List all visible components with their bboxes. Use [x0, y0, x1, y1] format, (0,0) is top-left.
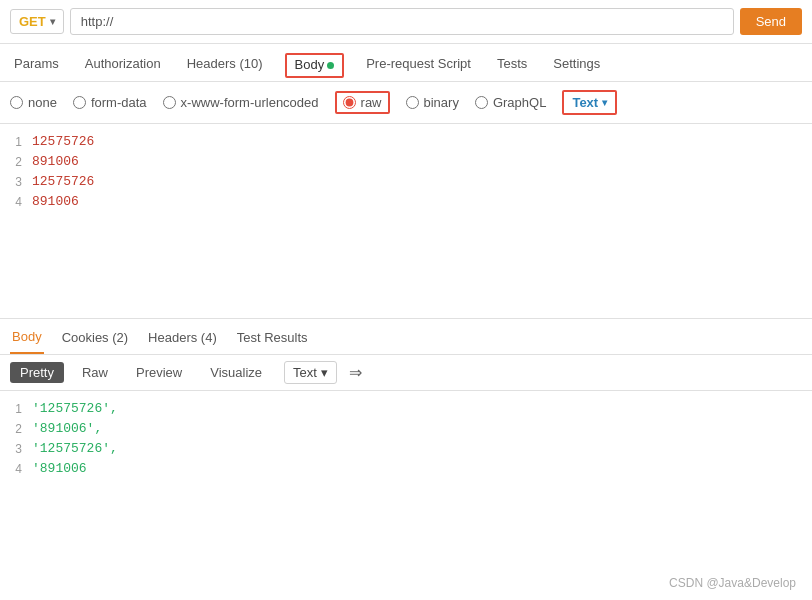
sub-tab-pretty[interactable]: Pretty	[10, 362, 64, 383]
tab-params[interactable]: Params	[10, 50, 63, 81]
radio-urlencoded[interactable]: x-www-form-urlencoded	[163, 95, 319, 110]
resp-line-2: 2 '891006',	[10, 419, 802, 439]
req-line-1: 1 12575726	[10, 132, 802, 152]
radio-binary[interactable]: binary	[406, 95, 459, 110]
tab-body[interactable]: Body	[285, 53, 345, 78]
radio-graphql[interactable]: GraphQL	[475, 95, 546, 110]
radio-none[interactable]: none	[10, 95, 57, 110]
resp-tab-headers[interactable]: Headers (4)	[146, 326, 219, 353]
radio-formdata[interactable]: form-data	[73, 95, 147, 110]
wrap-icon[interactable]: ⇒	[349, 363, 362, 382]
footer-watermark: CSDN @Java&Develop	[669, 576, 796, 590]
response-sub-tabs: Pretty Raw Preview Visualize Text ▾ ⇒	[0, 355, 812, 391]
format-chevron-icon: ▾	[602, 97, 607, 108]
req-line-2: 2 891006	[10, 152, 802, 172]
method-chevron-icon: ▾	[50, 16, 55, 27]
resp-line-4: 4 '891006	[10, 459, 802, 479]
method-select[interactable]: GET ▾	[10, 9, 64, 34]
body-options: none form-data x-www-form-urlencoded raw…	[0, 82, 812, 124]
response-body: 1 '12575726', 2 '891006', 3 '12575726', …	[0, 391, 812, 521]
resp-tab-body[interactable]: Body	[10, 325, 44, 354]
sub-tab-visualize[interactable]: Visualize	[200, 362, 272, 383]
response-section: Body Cookies (2) Headers (4) Test Result…	[0, 319, 812, 521]
resp-line-1: 1 '12575726',	[10, 399, 802, 419]
response-tabs-row: Body Cookies (2) Headers (4) Test Result…	[0, 319, 812, 355]
radio-raw[interactable]: raw	[335, 91, 390, 114]
url-input[interactable]	[70, 8, 734, 35]
resp-format-chevron-icon: ▾	[321, 365, 328, 380]
req-line-3: 3 12575726	[10, 172, 802, 192]
resp-format-dropdown[interactable]: Text ▾	[284, 361, 337, 384]
request-tabs: Params Authorization Headers (10) Body P…	[0, 44, 812, 82]
resp-tab-cookies[interactable]: Cookies (2)	[60, 326, 130, 353]
body-dot-icon	[327, 62, 334, 69]
req-line-4: 4 891006	[10, 192, 802, 212]
tab-prerequest[interactable]: Pre-request Script	[362, 50, 475, 81]
sub-tab-preview[interactable]: Preview	[126, 362, 192, 383]
format-dropdown[interactable]: Text ▾	[562, 90, 617, 115]
resp-tab-testresults[interactable]: Test Results	[235, 326, 310, 353]
send-button[interactable]: Send	[740, 8, 802, 35]
tab-tests[interactable]: Tests	[493, 50, 531, 81]
tab-settings[interactable]: Settings	[549, 50, 604, 81]
method-label: GET	[19, 14, 46, 29]
url-bar: GET ▾ Send	[0, 0, 812, 44]
tab-headers[interactable]: Headers (10)	[183, 50, 267, 81]
resp-line-3: 3 '12575726',	[10, 439, 802, 459]
request-editor: 1 12575726 2 891006 3 12575726 4 891006	[0, 124, 812, 319]
sub-tab-raw[interactable]: Raw	[72, 362, 118, 383]
tab-authorization[interactable]: Authorization	[81, 50, 165, 81]
